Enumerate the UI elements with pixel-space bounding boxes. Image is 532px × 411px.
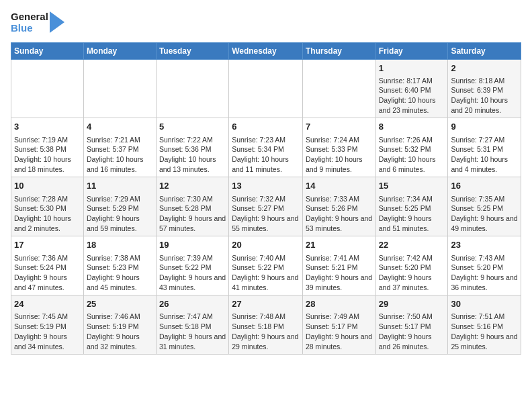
calendar-cell xyxy=(11,59,84,118)
day-info: Sunrise: 7:39 AM Sunset: 5:22 PM Dayligh… xyxy=(159,253,226,293)
logo-arrow-icon xyxy=(50,11,64,33)
day-info: Sunrise: 7:24 AM Sunset: 5:33 PM Dayligh… xyxy=(306,135,373,175)
calendar-cell: 7Sunrise: 7:24 AM Sunset: 5:33 PM Daylig… xyxy=(302,118,375,177)
day-info: Sunrise: 7:42 AM Sunset: 5:20 PM Dayligh… xyxy=(379,253,445,293)
day-info: Sunrise: 7:41 AM Sunset: 5:21 PM Dayligh… xyxy=(306,253,373,293)
column-header-thursday: Thursday xyxy=(302,42,375,59)
day-number: 24 xyxy=(14,298,81,310)
column-header-wednesday: Wednesday xyxy=(229,42,303,59)
calendar-cell: 11Sunrise: 7:29 AM Sunset: 5:29 PM Dayli… xyxy=(83,177,156,236)
column-header-tuesday: Tuesday xyxy=(156,42,228,59)
day-info: Sunrise: 7:47 AM Sunset: 5:18 PM Dayligh… xyxy=(159,312,226,351)
day-info: Sunrise: 7:28 AM Sunset: 5:30 PM Dayligh… xyxy=(14,194,81,234)
calendar-table: SundayMondayTuesdayWednesdayThursdayFrid… xyxy=(11,42,521,355)
calendar-cell: 14Sunrise: 7:33 AM Sunset: 5:26 PM Dayli… xyxy=(302,177,375,236)
day-number: 21 xyxy=(306,239,373,251)
calendar-cell: 10Sunrise: 7:28 AM Sunset: 5:30 PM Dayli… xyxy=(11,177,84,236)
day-info: Sunrise: 7:34 AM Sunset: 5:25 PM Dayligh… xyxy=(379,194,445,234)
day-number: 2 xyxy=(451,62,518,75)
calendar-week-row: 24Sunrise: 7:45 AM Sunset: 5:19 PM Dayli… xyxy=(11,295,521,355)
day-info: Sunrise: 7:46 AM Sunset: 5:19 PM Dayligh… xyxy=(87,312,153,351)
calendar-cell: 21Sunrise: 7:41 AM Sunset: 5:21 PM Dayli… xyxy=(302,236,375,295)
day-number: 18 xyxy=(87,239,153,251)
day-info: Sunrise: 7:38 AM Sunset: 5:23 PM Dayligh… xyxy=(87,253,153,293)
day-number: 22 xyxy=(379,239,445,251)
calendar-cell: 29Sunrise: 7:50 AM Sunset: 5:17 PM Dayli… xyxy=(375,295,448,355)
calendar-cell: 25Sunrise: 7:46 AM Sunset: 5:19 PM Dayli… xyxy=(83,295,156,355)
day-number: 13 xyxy=(232,180,300,192)
column-header-friday: Friday xyxy=(375,42,448,59)
day-info: Sunrise: 7:51 AM Sunset: 5:16 PM Dayligh… xyxy=(451,312,518,351)
day-number: 26 xyxy=(159,298,226,310)
day-info: Sunrise: 7:22 AM Sunset: 5:36 PM Dayligh… xyxy=(159,135,226,175)
day-number: 23 xyxy=(451,239,518,251)
day-number: 1 xyxy=(379,62,445,75)
calendar-cell: 26Sunrise: 7:47 AM Sunset: 5:18 PM Dayli… xyxy=(156,295,228,355)
calendar-cell xyxy=(229,59,303,118)
day-number: 10 xyxy=(14,180,81,192)
calendar-cell: 20Sunrise: 7:40 AM Sunset: 5:22 PM Dayli… xyxy=(229,236,303,295)
day-info: Sunrise: 7:43 AM Sunset: 5:20 PM Dayligh… xyxy=(451,253,518,293)
day-number: 4 xyxy=(87,121,153,133)
day-number: 9 xyxy=(451,121,518,133)
day-number: 20 xyxy=(232,239,300,251)
calendar-cell: 30Sunrise: 7:51 AM Sunset: 5:16 PM Dayli… xyxy=(448,295,521,355)
day-number: 25 xyxy=(87,298,153,310)
day-number: 29 xyxy=(379,298,445,310)
day-info: Sunrise: 7:48 AM Sunset: 5:18 PM Dayligh… xyxy=(232,312,300,351)
day-number: 17 xyxy=(14,239,81,251)
calendar-cell: 9Sunrise: 7:27 AM Sunset: 5:31 PM Daylig… xyxy=(448,118,521,177)
day-info: Sunrise: 8:18 AM Sunset: 6:39 PM Dayligh… xyxy=(451,76,518,116)
calendar-cell xyxy=(83,59,156,118)
day-info: Sunrise: 7:29 AM Sunset: 5:29 PM Dayligh… xyxy=(87,194,153,234)
day-info: Sunrise: 7:50 AM Sunset: 5:17 PM Dayligh… xyxy=(379,312,445,351)
logo: General Blue xyxy=(11,11,64,34)
calendar-cell xyxy=(302,59,375,118)
day-number: 3 xyxy=(14,121,81,133)
day-info: Sunrise: 7:49 AM Sunset: 5:17 PM Dayligh… xyxy=(306,312,373,351)
calendar-cell: 15Sunrise: 7:34 AM Sunset: 5:25 PM Dayli… xyxy=(375,177,448,236)
day-info: Sunrise: 7:35 AM Sunset: 5:25 PM Dayligh… xyxy=(451,194,518,234)
calendar-cell: 24Sunrise: 7:45 AM Sunset: 5:19 PM Dayli… xyxy=(11,295,84,355)
column-header-sunday: Sunday xyxy=(11,42,84,59)
day-info: Sunrise: 7:23 AM Sunset: 5:34 PM Dayligh… xyxy=(232,135,300,175)
calendar-cell: 27Sunrise: 7:48 AM Sunset: 5:18 PM Dayli… xyxy=(229,295,303,355)
calendar-cell: 13Sunrise: 7:32 AM Sunset: 5:27 PM Dayli… xyxy=(229,177,303,236)
day-number: 15 xyxy=(379,180,445,192)
day-number: 30 xyxy=(451,298,518,310)
calendar-cell: 17Sunrise: 7:36 AM Sunset: 5:24 PM Dayli… xyxy=(11,236,84,295)
calendar-cell: 6Sunrise: 7:23 AM Sunset: 5:34 PM Daylig… xyxy=(229,118,303,177)
calendar-cell: 3Sunrise: 7:19 AM Sunset: 5:38 PM Daylig… xyxy=(11,118,84,177)
day-number: 8 xyxy=(379,121,445,133)
day-info: Sunrise: 7:26 AM Sunset: 5:32 PM Dayligh… xyxy=(379,135,445,175)
calendar-week-row: 1Sunrise: 8:17 AM Sunset: 6:40 PM Daylig… xyxy=(11,59,521,118)
calendar-header-row: SundayMondayTuesdayWednesdayThursdayFrid… xyxy=(11,42,521,59)
svg-marker-0 xyxy=(50,11,64,33)
day-number: 19 xyxy=(159,239,226,251)
day-info: Sunrise: 7:30 AM Sunset: 5:28 PM Dayligh… xyxy=(159,194,226,234)
calendar-week-row: 3Sunrise: 7:19 AM Sunset: 5:38 PM Daylig… xyxy=(11,118,521,177)
day-info: Sunrise: 7:32 AM Sunset: 5:27 PM Dayligh… xyxy=(232,194,300,234)
day-number: 7 xyxy=(306,121,373,133)
calendar-cell: 23Sunrise: 7:43 AM Sunset: 5:20 PM Dayli… xyxy=(448,236,521,295)
day-info: Sunrise: 7:36 AM Sunset: 5:24 PM Dayligh… xyxy=(14,253,81,293)
day-number: 16 xyxy=(451,180,518,192)
page-header: General Blue xyxy=(11,11,521,34)
column-header-monday: Monday xyxy=(83,42,156,59)
calendar-cell: 12Sunrise: 7:30 AM Sunset: 5:28 PM Dayli… xyxy=(156,177,228,236)
calendar-cell: 5Sunrise: 7:22 AM Sunset: 5:36 PM Daylig… xyxy=(156,118,228,177)
day-number: 5 xyxy=(159,121,226,133)
calendar-cell: 8Sunrise: 7:26 AM Sunset: 5:32 PM Daylig… xyxy=(375,118,448,177)
day-info: Sunrise: 7:45 AM Sunset: 5:19 PM Dayligh… xyxy=(14,312,81,351)
calendar-cell: 16Sunrise: 7:35 AM Sunset: 5:25 PM Dayli… xyxy=(448,177,521,236)
day-info: Sunrise: 7:27 AM Sunset: 5:31 PM Dayligh… xyxy=(451,135,518,175)
day-number: 11 xyxy=(87,180,153,192)
day-number: 27 xyxy=(232,298,300,310)
day-info: Sunrise: 7:21 AM Sunset: 5:37 PM Dayligh… xyxy=(87,135,153,175)
calendar-week-row: 10Sunrise: 7:28 AM Sunset: 5:30 PM Dayli… xyxy=(11,177,521,236)
calendar-cell: 4Sunrise: 7:21 AM Sunset: 5:37 PM Daylig… xyxy=(83,118,156,177)
calendar-cell xyxy=(156,59,228,118)
calendar-cell: 22Sunrise: 7:42 AM Sunset: 5:20 PM Dayli… xyxy=(375,236,448,295)
calendar-cell: 19Sunrise: 7:39 AM Sunset: 5:22 PM Dayli… xyxy=(156,236,228,295)
day-number: 6 xyxy=(232,121,300,133)
